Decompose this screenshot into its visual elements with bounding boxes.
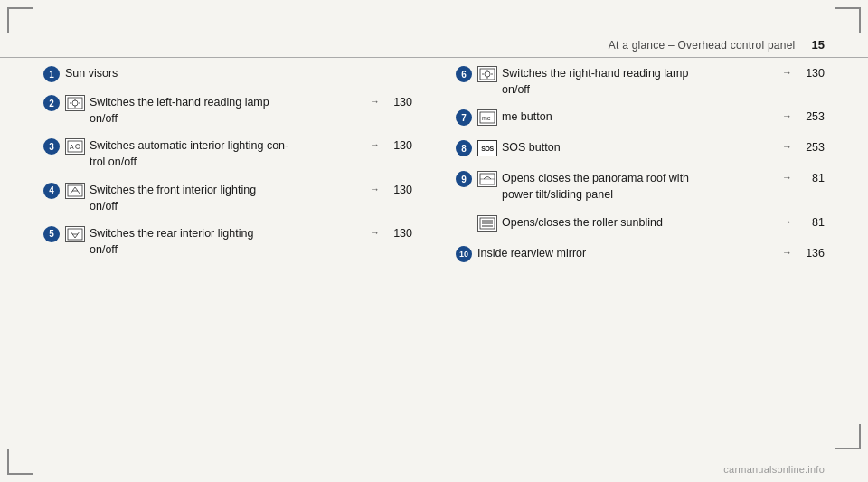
item-text-3: Switches automatic interior lighting con…	[90, 137, 363, 170]
item-page-6: 130	[799, 67, 825, 80]
item-arrow-4: →	[370, 184, 380, 194]
svg-text:A: A	[70, 144, 74, 150]
item-arrow-8: →	[782, 141, 792, 152]
item-number-9: 9	[456, 171, 472, 187]
corner-decoration-bl	[7, 449, 33, 475]
item-text-1: Sun visors	[65, 65, 412, 81]
left-column: 1 Sun visors 2 Switches the left-han	[43, 65, 434, 276]
item-page-9: 81	[799, 172, 825, 184]
svg-text:me: me	[482, 115, 491, 121]
item-text-8: SOS button	[502, 139, 775, 156]
item-arrow-2: →	[370, 96, 380, 107]
list-item: 6 Switches the right-hand reading lampon…	[456, 65, 825, 98]
item-text-9: Opens closes the panorama roof withpower…	[502, 170, 775, 203]
corner-decoration-tr	[835, 7, 861, 33]
corner-decoration-tl	[7, 7, 33, 33]
list-item: 1 Sun visors	[43, 65, 412, 85]
item-number-8: 8	[456, 140, 472, 156]
item-page-4: 130	[387, 184, 412, 196]
right-column: 6 Switches the right-hand reading lampon…	[434, 65, 825, 276]
item-text-4: Switches the front interior lightingon/o…	[90, 182, 363, 214]
watermark: carmanualsonline.info	[723, 464, 825, 475]
item-page-7: 253	[799, 110, 825, 123]
item-arrow-7: →	[782, 110, 792, 121]
item-number-6: 6	[456, 66, 472, 82]
list-item: 9 Opens closes the panorama roof withpow…	[456, 170, 825, 203]
sos-icon: SOS	[477, 140, 497, 156]
item-text-5: Switches the rear interior lightingon/of…	[90, 225, 363, 258]
item-text-7: me button	[502, 109, 775, 125]
list-item: 3 A Switches automatic interior lighting…	[43, 137, 412, 170]
item-page-3: 130	[387, 139, 412, 152]
item-number-7: 7	[456, 109, 472, 126]
item-arrow-roller: →	[782, 216, 792, 227]
corner-decoration-br	[835, 424, 861, 449]
item-page-2: 130	[387, 96, 412, 109]
item-arrow-5: →	[370, 227, 380, 238]
lamp-icon-left	[65, 95, 85, 111]
lamp-icon-right	[477, 66, 497, 82]
item-page-5: 130	[387, 227, 412, 240]
item-text-10: Inside rearview mirror	[477, 245, 775, 261]
list-item: 7 me me button → 253	[456, 109, 825, 128]
front-icon	[65, 183, 85, 199]
item-arrow-10: →	[782, 247, 792, 258]
list-item: 2 Switches the left-hand reading lampon/…	[43, 94, 412, 127]
item-page-roller: 81	[799, 216, 825, 229]
list-item: 4 Switches the front interior lightingon…	[43, 182, 412, 214]
item-text-roller: Opens/closes the roller sunblind	[502, 214, 775, 231]
item-number-4: 4	[43, 183, 60, 199]
item-number-5: 5	[43, 226, 60, 242]
item-arrow-3: →	[370, 139, 380, 150]
me-icon: me	[477, 109, 497, 126]
svg-point-8	[76, 145, 80, 149]
panorama-icon	[477, 171, 497, 187]
item-number-3: 3	[43, 138, 60, 155]
item-page-10: 136	[799, 247, 825, 260]
list-item: 5 Switches the rear interior lightingon/…	[43, 225, 412, 258]
svg-point-1	[72, 100, 78, 106]
svg-point-14	[485, 71, 490, 77]
item-text-6: Switches the right-hand reading lampon/o…	[502, 65, 775, 98]
item-arrow-6: →	[782, 67, 792, 78]
rear-icon	[65, 226, 85, 242]
list-item: Opens/closes the roller sunblind → 81	[456, 214, 825, 234]
main-content: 1 Sun visors 2 Switches the left-han	[43, 65, 825, 276]
page-header: At a glance – Overhead control panel 15	[0, 38, 868, 58]
item-number-10: 10	[456, 246, 472, 262]
header-page-number: 15	[812, 38, 825, 52]
item-number-1: 1	[43, 66, 60, 82]
page-container: At a glance – Overhead control panel 15 …	[0, 0, 868, 482]
roller-icon	[477, 215, 497, 232]
item-page-8: 253	[799, 141, 825, 154]
list-item: 8 SOS SOS button → 253	[456, 139, 825, 159]
item-text-2: Switches the left-hand reading lampon/of…	[90, 94, 363, 127]
item-arrow-9: →	[782, 172, 792, 183]
item-number-2: 2	[43, 95, 60, 111]
auto-icon: A	[65, 138, 85, 155]
list-item: 10 Inside rearview mirror → 136	[456, 245, 825, 265]
header-title: At a glance – Overhead control panel	[609, 39, 796, 52]
